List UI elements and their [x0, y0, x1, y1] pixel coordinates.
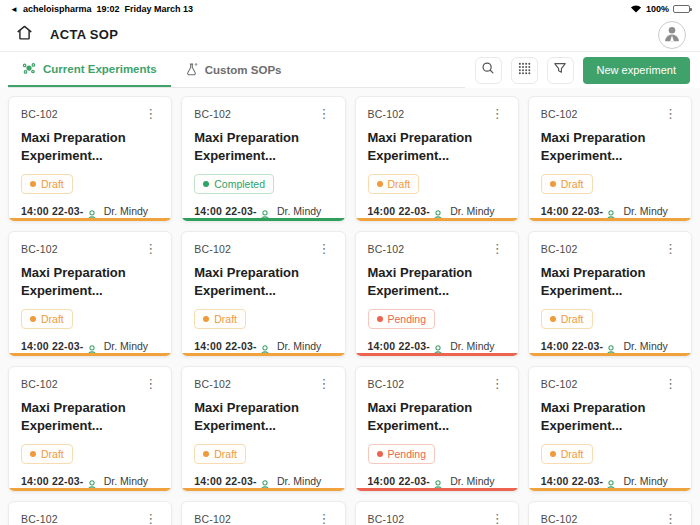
experiment-id: BC-102 — [368, 378, 405, 390]
kebab-menu-icon[interactable]: ⋮ — [142, 108, 159, 119]
status-dot — [203, 451, 209, 457]
ios-status-bar: ◄ acheloispharma 19:02 Friday March 13 1… — [0, 0, 700, 18]
experiment-card[interactable]: BC-102 ⋮ Maxi Preparation Experiment... … — [181, 96, 345, 222]
tab-bar: Current Experiments Custom SOPs — [8, 52, 465, 88]
experiment-card[interactable]: BC-102 ⋮ Maxi Preparation Experiment... … — [355, 96, 519, 222]
new-experiment-button[interactable]: New experiment — [583, 57, 690, 84]
kebab-menu-icon[interactable]: ⋮ — [316, 513, 333, 524]
card-status-underline — [529, 488, 691, 491]
tab-label: Custom SOPs — [205, 64, 282, 76]
experiment-card[interactable]: BC-102 ⋮ Maxi Preparation Experiment... … — [181, 231, 345, 357]
status-dot — [377, 316, 383, 322]
status-dot — [550, 181, 556, 187]
experiment-id: BC-102 — [194, 108, 231, 120]
tab-custom-sops[interactable]: Custom SOPs — [171, 52, 296, 87]
kebab-menu-icon[interactable]: ⋮ — [142, 513, 159, 524]
search-button[interactable] — [475, 57, 502, 84]
status-dot — [377, 181, 383, 187]
status-badge: Draft — [541, 174, 593, 194]
experiment-title: Maxi Preparation Experiment... — [194, 264, 332, 300]
experiment-card[interactable]: BC-102 ⋮ Maxi Preparation Experiment... … — [528, 96, 692, 222]
tab-current-experiments[interactable]: Current Experiments — [8, 52, 171, 87]
experiment-title: Maxi Preparation Experiment... — [21, 264, 159, 300]
card-header: BC-102 ⋮ — [21, 513, 159, 525]
kebab-menu-icon[interactable]: ⋮ — [142, 378, 159, 389]
experiment-id: BC-102 — [194, 243, 231, 255]
status-badge: Draft — [541, 309, 593, 329]
experiment-card[interactable]: BC-102 ⋮ Maxi Preparation Experiment... … — [181, 366, 345, 492]
kebab-menu-icon[interactable]: ⋮ — [316, 243, 333, 254]
status-badge: Draft — [21, 174, 73, 194]
kebab-menu-icon[interactable]: ⋮ — [489, 243, 506, 254]
experiment-card[interactable]: BC-102 ⋮ — [8, 501, 172, 525]
status-badge: Draft — [368, 174, 420, 194]
kebab-menu-icon[interactable]: ⋮ — [662, 378, 679, 389]
custom-sops-flask-icon — [185, 62, 198, 78]
card-status-underline — [182, 488, 344, 491]
status-bar-left: ◄ acheloispharma 19:02 Friday March 13 — [10, 4, 193, 14]
card-header: BC-102 ⋮ — [368, 243, 506, 255]
status-badge: Completed — [194, 174, 274, 194]
card-header: BC-102 ⋮ — [194, 108, 332, 120]
experiment-card[interactable]: BC-102 ⋮ — [181, 501, 345, 525]
status-dot — [550, 316, 556, 322]
card-header: BC-102 ⋮ — [194, 243, 332, 255]
experiment-title: Maxi Preparation Experiment... — [21, 129, 159, 165]
experiment-card[interactable]: BC-102 ⋮ — [355, 501, 519, 525]
content-area: BC-102 ⋮ Maxi Preparation Experiment... … — [0, 88, 700, 525]
kebab-menu-icon[interactable]: ⋮ — [489, 513, 506, 524]
experiment-id: BC-102 — [21, 378, 58, 390]
experiment-card[interactable]: BC-102 ⋮ — [528, 501, 692, 525]
back-to-app-icon[interactable]: ◄ — [10, 5, 18, 14]
experiment-title: Maxi Preparation Experiment... — [541, 264, 679, 300]
toolbar: Current Experiments Custom SOPs — [0, 52, 700, 88]
experiment-id: BC-102 — [541, 378, 578, 390]
status-label: Pending — [388, 448, 427, 460]
status-badge: Draft — [194, 444, 246, 464]
experiment-card[interactable]: BC-102 ⋮ Maxi Preparation Experiment... … — [528, 366, 692, 492]
card-status-underline — [356, 218, 518, 221]
user-avatar[interactable] — [658, 21, 686, 49]
card-header: BC-102 ⋮ — [21, 108, 159, 120]
kebab-menu-icon[interactable]: ⋮ — [142, 243, 159, 254]
card-header: BC-102 ⋮ — [194, 378, 332, 390]
experiment-card[interactable]: BC-102 ⋮ Maxi Preparation Experiment... … — [355, 366, 519, 492]
experiment-card[interactable]: BC-102 ⋮ Maxi Preparation Experiment... … — [528, 231, 692, 357]
carrier-label: acheloispharma — [23, 4, 92, 14]
card-header: BC-102 ⋮ — [368, 513, 506, 525]
status-badge: Draft — [21, 309, 73, 329]
search-icon — [481, 61, 495, 79]
experiment-id: BC-102 — [541, 243, 578, 255]
kebab-menu-icon[interactable]: ⋮ — [662, 108, 679, 119]
experiment-card[interactable]: BC-102 ⋮ Maxi Preparation Experiment... … — [8, 366, 172, 492]
experiment-card[interactable]: BC-102 ⋮ Maxi Preparation Experiment... … — [8, 96, 172, 222]
filter-button[interactable] — [547, 57, 574, 84]
status-dot — [203, 181, 209, 187]
experiment-title: Maxi Preparation Experiment... — [368, 399, 506, 435]
kebab-menu-icon[interactable]: ⋮ — [316, 378, 333, 389]
kebab-menu-icon[interactable]: ⋮ — [662, 243, 679, 254]
experiment-card[interactable]: BC-102 ⋮ Maxi Preparation Experiment... … — [355, 231, 519, 357]
kebab-menu-icon[interactable]: ⋮ — [489, 108, 506, 119]
experiment-card[interactable]: BC-102 ⋮ Maxi Preparation Experiment... … — [8, 231, 172, 357]
card-status-underline — [182, 218, 344, 221]
grid-view-button[interactable] — [511, 57, 538, 84]
experiment-title: Maxi Preparation Experiment... — [194, 399, 332, 435]
experiment-id: BC-102 — [541, 513, 578, 525]
status-badge: Draft — [21, 444, 73, 464]
status-dot — [203, 316, 209, 322]
kebab-menu-icon[interactable]: ⋮ — [316, 108, 333, 119]
card-status-underline — [9, 218, 171, 221]
home-button[interactable] — [14, 25, 34, 45]
card-status-underline — [529, 218, 691, 221]
card-header: BC-102 ⋮ — [368, 378, 506, 390]
status-dot — [30, 451, 36, 457]
status-label: Draft — [41, 313, 64, 325]
app-screen: ◄ acheloispharma 19:02 Friday March 13 1… — [0, 0, 700, 525]
status-label: Draft — [214, 448, 237, 460]
status-date: Friday March 13 — [124, 4, 193, 14]
kebab-menu-icon[interactable]: ⋮ — [662, 513, 679, 524]
experiment-id: BC-102 — [368, 513, 405, 525]
kebab-menu-icon[interactable]: ⋮ — [489, 378, 506, 389]
experiment-id: BC-102 — [21, 243, 58, 255]
